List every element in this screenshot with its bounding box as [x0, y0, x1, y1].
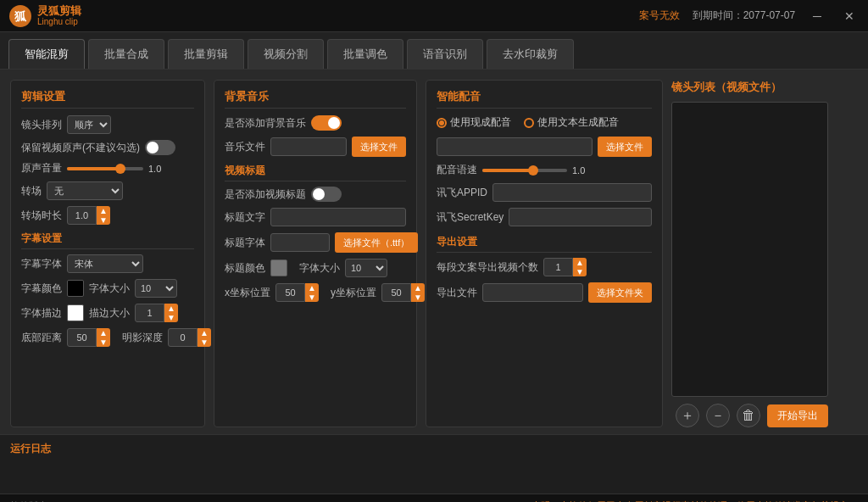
per-copy-spinbtn[interactable]: ▲▼ [573, 258, 587, 276]
original-volume-slider[interactable] [67, 167, 143, 170]
title-color-swatch[interactable] [270, 259, 287, 276]
title-font-size-select[interactable]: 1012 [345, 259, 387, 277]
appid-input[interactable] [492, 183, 652, 202]
keep-audio-label: 保留视频原声(不建议勾选) [21, 141, 140, 155]
svg-text:狐: 狐 [14, 9, 27, 23]
radio-existing-dot[interactable] [437, 118, 447, 128]
subtitle-font-label: 字幕字体 [21, 257, 62, 271]
x-pos-spinner[interactable]: ▲▼ [275, 283, 319, 302]
add-music-row: 是否添加背景音乐 [225, 115, 406, 131]
remove-shot-btn[interactable]: － [706, 404, 730, 427]
y-pos-spinbtn[interactable]: ▲▼ [411, 283, 425, 302]
shadow-depth-label: 明影深度 [122, 331, 163, 345]
x-pos-input[interactable] [275, 283, 305, 302]
radio-existing-label[interactable]: 使用现成配音 [437, 115, 511, 130]
transition-duration-spinner[interactable]: ▲▼ [67, 206, 110, 225]
y-pos-label: y坐标位置 [331, 286, 376, 300]
transition-duration-label: 转场时长 [21, 209, 62, 223]
select-folder-btn[interactable]: 选择文件夹 [588, 282, 652, 303]
title-pos-row: x坐标位置 ▲▼ y坐标位置 ▲▼ [225, 283, 406, 302]
select-font-btn[interactable]: 选择文件（.ttf） [335, 232, 418, 253]
subtitle-font-size-label: 字体大小 [89, 282, 130, 296]
shot-order-label: 镜头排列 [21, 118, 62, 132]
secretkey-input[interactable] [509, 208, 652, 226]
subtitle-stroke-input[interactable] [135, 304, 164, 322]
music-file-input[interactable] [270, 137, 347, 156]
dubbing-file-row: 选择文件 [437, 137, 652, 157]
video-title-title: 视频标题 [225, 164, 406, 181]
title-color-label: 标题颜色 [225, 261, 265, 276]
tab-batch-compose[interactable]: 批量合成 [88, 39, 164, 69]
keep-audio-toggle[interactable] [145, 140, 175, 155]
subtitle-stroke-spinbtn[interactable]: ▲▼ [164, 304, 178, 322]
transition-label: 转场 [21, 184, 42, 198]
title-font-input[interactable] [270, 233, 330, 252]
subtitle-font-select[interactable]: 宋体 [67, 254, 143, 273]
shadow-depth-spinbtn[interactable]: ▲▼ [198, 328, 211, 347]
select-music-btn[interactable]: 选择文件 [352, 137, 406, 157]
bottom-margin-input[interactable] [67, 328, 97, 347]
main-content: 剪辑设置 镜头排列 顺序随机倒序 保留视频原声(不建议勾选) 原声音量 [0, 70, 868, 434]
bottom-margin-label: 底部距离 [21, 331, 62, 345]
tab-batch-edit[interactable]: 批量剪辑 [168, 39, 244, 69]
add-shot-btn[interactable]: ＋ [676, 404, 699, 427]
per-copy-spinner[interactable]: ▲▼ [543, 258, 587, 276]
radio-tts-dot[interactable] [524, 118, 534, 128]
subtitle-color-swatch[interactable] [67, 280, 84, 297]
select-dubbing-btn[interactable]: 选择文件 [598, 137, 652, 157]
tab-smart-mix[interactable]: 智能混剪 [8, 39, 85, 69]
bottom-margin-spinner[interactable]: ▲▼ [67, 328, 110, 347]
tab-speech-recognize[interactable]: 语音识别 [407, 39, 483, 69]
close-button[interactable]: ✕ [839, 8, 860, 25]
y-pos-spinner[interactable]: ▲▼ [381, 283, 425, 302]
title-text-label: 标题文字 [225, 210, 265, 225]
per-copy-input[interactable] [543, 258, 573, 276]
bottom-margin-row: 底部距离 ▲▼ 明影深度 ▲▼ [21, 328, 194, 347]
delete-shot-btn[interactable]: 🗑 [737, 404, 760, 427]
export-file-label: 导出文件 [437, 286, 477, 300]
dub-speed-slider[interactable] [482, 169, 567, 172]
subtitle-stroke-label: 字体描边 [21, 306, 62, 321]
transition-duration-input[interactable] [67, 206, 97, 225]
transition-duration-row: 转场时长 ▲▼ [21, 206, 194, 225]
shots-title: 镜头列表（视频文件） [671, 80, 828, 95]
add-title-toggle[interactable] [311, 187, 342, 202]
add-music-toggle[interactable] [311, 115, 342, 131]
shadow-depth-spinner[interactable]: ▲▼ [168, 328, 211, 347]
tab-batch-color[interactable]: 批量调色 [327, 39, 403, 69]
add-title-label: 是否添加视频标题 [225, 187, 306, 202]
subtitle-stroke-color-swatch[interactable] [67, 304, 84, 321]
export-file-input[interactable] [482, 283, 583, 302]
minimize-button[interactable]: ─ [808, 8, 826, 25]
subtitle-color-label: 字幕颜色 [21, 282, 62, 296]
title-text-row: 标题文字 [225, 208, 406, 226]
title-text-input[interactable] [270, 208, 406, 226]
smart-dubbing-title: 智能配音 [437, 89, 652, 109]
transition-select[interactable]: 无淡入淡出 [47, 181, 123, 200]
transition-duration-spinbtn[interactable]: ▲▼ [97, 206, 110, 225]
shot-order-select[interactable]: 顺序随机倒序 [67, 115, 111, 134]
tab-video-split[interactable]: 视频分割 [248, 39, 324, 69]
per-copy-row: 每段文案导出视频个数 ▲▼ [437, 258, 652, 276]
radio-tts-label[interactable]: 使用文本生成配音 [524, 115, 619, 130]
export-settings-title: 导出设置 [437, 235, 652, 253]
subtitle-stroke-size-label: 描边大小 [89, 306, 130, 321]
music-file-row: 音乐文件 选择文件 [225, 137, 406, 157]
subtitle-settings-title: 字幕设置 [21, 231, 194, 249]
shadow-depth-input[interactable] [168, 328, 198, 347]
dub-speed-value: 1.0 [572, 165, 593, 176]
start-export-btn[interactable]: 开始导出 [767, 404, 828, 427]
subtitle-stroke-spinner[interactable]: ▲▼ [135, 304, 178, 322]
title-bar: 狐 灵狐剪辑 Linghu clip 案号无效 到期时间：2077-07-07 … [0, 0, 868, 32]
dubbing-file-input[interactable] [437, 137, 593, 156]
title-link[interactable]: 案号无效 [639, 8, 680, 23]
subtitle-font-size-select[interactable]: 101214 [135, 279, 177, 298]
edit-settings-title: 剪辑设置 [21, 89, 194, 109]
expire-label: 到期时间：2077-07-07 [693, 8, 795, 23]
bg-music-title: 背景音乐 [225, 89, 406, 109]
tab-watermark-crop[interactable]: 去水印裁剪 [487, 39, 574, 69]
bottom-margin-spinbtn[interactable]: ▲▼ [97, 328, 110, 347]
x-pos-spinbtn[interactable]: ▲▼ [305, 283, 319, 302]
subtitle-stroke-row: 字体描边 描边大小 ▲▼ [21, 304, 194, 322]
y-pos-input[interactable] [381, 283, 411, 302]
